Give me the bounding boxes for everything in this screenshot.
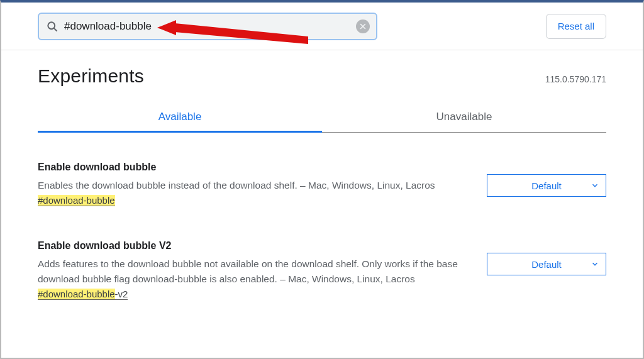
flag-tag-highlight: #download-bubble: [38, 289, 115, 299]
heading-row: Experiments 115.0.5790.171: [38, 65, 606, 87]
flag-text: Enable download bubble Enables the downl…: [38, 162, 462, 206]
chevron-down-icon: [591, 181, 599, 190]
flag-dropdown[interactable]: Default: [487, 253, 606, 275]
search-icon: [45, 19, 59, 33]
reset-all-button[interactable]: Reset all: [546, 14, 606, 39]
search-input[interactable]: [59, 20, 356, 33]
flag-row: Enable download bubble V2 Adds features …: [38, 240, 606, 300]
flag-row: Enable download bubble Enables the downl…: [38, 162, 606, 206]
tab-bar: Available Unavailable: [38, 102, 606, 133]
flag-text: Enable download bubble V2 Adds features …: [38, 240, 462, 300]
flag-description: Adds features to the download bubble not…: [38, 257, 462, 286]
flag-description: Enables the download bubble instead of t…: [38, 178, 462, 192]
flag-tag-line: #download-bubble: [38, 195, 462, 206]
tab-unavailable[interactable]: Unavailable: [322, 102, 606, 132]
clear-search-icon[interactable]: [356, 19, 370, 33]
flag-tag-rest: -v2: [115, 289, 128, 299]
svg-line-1: [54, 28, 57, 31]
flag-tag[interactable]: #download-bubble-v2: [38, 289, 128, 300]
flag-select-wrap: Default: [487, 253, 606, 275]
flag-dropdown-value: Default: [531, 180, 562, 191]
flag-title: Enable download bubble V2: [38, 240, 462, 251]
flag-list: Enable download bubble Enables the downl…: [38, 162, 606, 300]
flag-tag[interactable]: #download-bubble: [38, 195, 115, 206]
flag-dropdown-value: Default: [531, 259, 562, 270]
content-area: Experiments 115.0.5790.171 Available Una…: [1, 50, 643, 300]
flag-select-wrap: Default: [487, 174, 606, 197]
flag-title: Enable download bubble: [38, 162, 462, 173]
tab-available[interactable]: Available: [38, 102, 322, 132]
version-label: 115.0.5790.171: [545, 74, 606, 84]
top-bar: Reset all: [1, 3, 643, 50]
svg-point-0: [48, 22, 55, 29]
flag-tag-highlight: #download-bubble: [38, 195, 115, 206]
chevron-down-icon: [591, 260, 599, 268]
page-title: Experiments: [38, 65, 144, 87]
window-frame: Reset all Experiments 115.0.5790.171 Ava…: [0, 0, 644, 359]
flag-tag-line: #download-bubble-v2: [38, 289, 462, 300]
flag-dropdown[interactable]: Default: [487, 174, 606, 197]
search-field[interactable]: [38, 13, 377, 40]
